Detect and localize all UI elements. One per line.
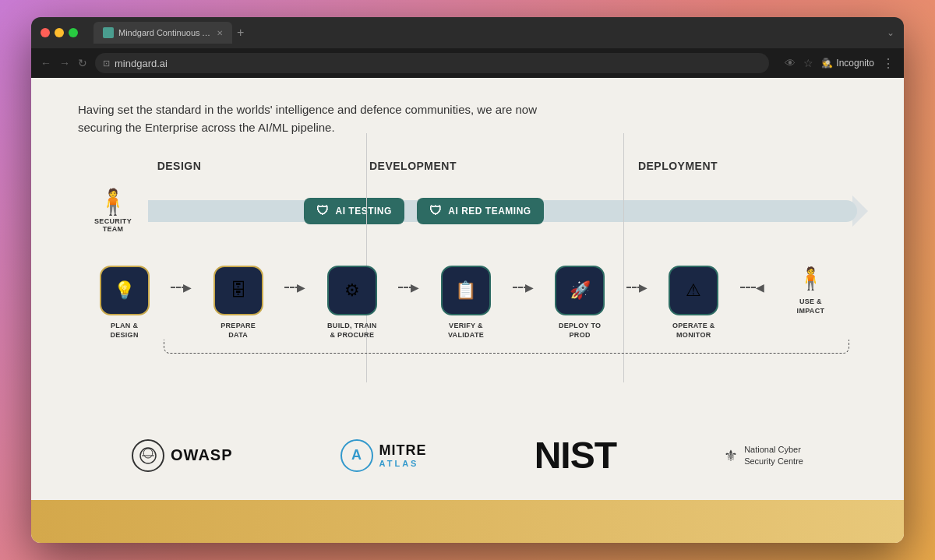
- step-icon-plan: 💡: [100, 266, 150, 315]
- step-verify-validate: 📋 VERIFY &VALIDATE: [419, 266, 512, 340]
- step-build-train: ⚙ BUILD, TRAIN& PROCURE: [305, 266, 398, 340]
- incognito-icon: 🕵: [821, 58, 833, 69]
- ai-red-teaming-label: AI RED TEAMING: [448, 206, 531, 217]
- bottom-gradient-bar: [31, 500, 904, 543]
- new-tab-button[interactable]: +: [237, 26, 244, 40]
- rocket-icon: 🚀: [570, 280, 591, 301]
- step-label-build: BUILD, TRAIN& PROCURE: [327, 322, 377, 340]
- tab-close-icon[interactable]: ✕: [217, 29, 223, 37]
- menu-button[interactable]: ⋮: [882, 56, 894, 71]
- star-icon[interactable]: ☆: [803, 57, 813, 69]
- step-deploy: 🚀 DEPLOY TOPROD: [534, 266, 626, 340]
- ncsc-line2: Security Centre: [744, 456, 803, 466]
- tagline-line2: securing the Enterprise across the AI/ML…: [78, 121, 335, 134]
- step-prepare-data: 🗄 PREPAREDATA: [192, 266, 284, 340]
- logos-section: OWASP A MITRE ATLAS NIST ⚜ Nation: [31, 418, 904, 500]
- warning-icon: ⚠: [686, 280, 701, 301]
- lock-icon: ⊡: [103, 58, 110, 69]
- phase-headers: DESIGN DEVELOPMENT DEPLOYMENT: [78, 160, 857, 172]
- owasp-logo: OWASP: [132, 439, 232, 472]
- steps-row: 💡 PLAN &DESIGN ▶ 🗄: [78, 266, 857, 340]
- active-tab[interactable]: Mindgard Continuous Autom... ✕: [94, 22, 232, 44]
- arrow-5: ▶: [639, 281, 647, 294]
- step-icon-build: ⚙: [327, 266, 377, 315]
- mitre-emblem: A: [340, 439, 373, 472]
- traffic-lights: [41, 28, 78, 37]
- tagline: Having set the standard in the worlds' i…: [78, 101, 623, 136]
- mitre-a-letter: A: [351, 447, 362, 463]
- maximize-button[interactable]: [69, 28, 78, 37]
- tab-more-button[interactable]: ⌄: [887, 27, 894, 38]
- step-label-verify: VERIFY &VALIDATE: [448, 322, 484, 340]
- forward-button[interactable]: →: [59, 57, 70, 69]
- person-icon: 🧍: [97, 189, 129, 214]
- nist-text: NIST: [535, 434, 616, 477]
- step-label-deploy: DEPLOY TOPROD: [559, 322, 601, 340]
- checklist-icon: 📋: [455, 280, 476, 301]
- mitre-text-group: MITRE ATLAS: [379, 442, 427, 468]
- database-icon: 🗄: [230, 280, 247, 301]
- owasp-emblem: [132, 439, 164, 472]
- connector-4: ▶: [513, 266, 534, 294]
- end-person-icon: 🧍: [797, 266, 824, 291]
- pipeline-diagram: DESIGN DEVELOPMENT DEPLOYMENT 🧍 SECURITY…: [78, 160, 857, 403]
- titlebar: Mindgard Continuous Autom... ✕ + ⌄: [31, 17, 904, 48]
- step-icon-verify: 📋: [441, 266, 491, 315]
- phase-design-label: DESIGN: [78, 160, 280, 172]
- owasp-svg: [139, 446, 157, 465]
- step-label-use-impact: USE & IMPACT: [797, 298, 825, 315]
- reload-button[interactable]: ↻: [78, 57, 87, 69]
- connector-1: ▶: [171, 266, 192, 294]
- lightbulb-icon: 💡: [114, 280, 135, 301]
- steps-wrapper: 💡 PLAN &DESIGN ▶ 🗄: [78, 258, 857, 340]
- tab-bar: Mindgard Continuous Autom... ✕ + ⌄: [94, 22, 894, 44]
- tab-title: Mindgard Continuous Autom...: [118, 28, 212, 37]
- arrow-3: ▶: [411, 281, 419, 294]
- nist-logo: NIST: [535, 434, 616, 477]
- connector-6: ◀: [740, 266, 764, 294]
- ai-red-teaming-badge: 🛡 AI RED TEAMING: [417, 198, 544, 224]
- step-plan-design: 💡 PLAN &DESIGN: [78, 266, 171, 340]
- ai-badges: 🛡 AI TESTING 🛡 AI RED TEAMING: [304, 198, 544, 224]
- ai-testing-badge: 🛡 AI TESTING: [304, 198, 404, 224]
- page-content: Having set the standard in the worlds' i…: [31, 78, 904, 543]
- ncsc-text: National Cyber Security Centre: [744, 444, 803, 467]
- step-operate-monitor: ⚠ OPERATE &MONITOR: [647, 266, 740, 340]
- connector-2: ▶: [284, 266, 305, 294]
- browser-window: Mindgard Continuous Autom... ✕ + ⌄ ← → ↻…: [31, 17, 904, 543]
- ncsc-line1: National Cyber: [744, 445, 801, 454]
- step-use-impact: 🧍 USE & IMPACT: [764, 266, 857, 315]
- close-button[interactable]: [41, 28, 50, 37]
- incognito-button[interactable]: 🕵 Incognito: [821, 58, 874, 69]
- url-text: mindgard.ai: [115, 58, 168, 69]
- minimize-button[interactable]: [55, 28, 64, 37]
- ncsc-emblem: ⚜: [724, 446, 738, 465]
- camera-icon[interactable]: 👁: [785, 57, 796, 69]
- shield-red-icon: 🛡: [429, 204, 443, 218]
- url-field[interactable]: ⊡ mindgard.ai: [95, 53, 769, 73]
- connector-5: ▶: [626, 266, 647, 294]
- connector-3: ▶: [398, 266, 419, 294]
- left-arrow-icon: ◀: [756, 281, 764, 294]
- arrow-1: ▶: [183, 281, 192, 294]
- arrow-2: ▶: [297, 281, 305, 294]
- ncsc-logo: ⚜ National Cyber Security Centre: [724, 444, 803, 467]
- incognito-label: Incognito: [836, 58, 874, 69]
- mitre-name: MITRE: [379, 442, 427, 459]
- phase-deployment-label: DEPLOYMENT: [545, 160, 810, 172]
- mitre-sub: ATLAS: [379, 459, 427, 468]
- step-label-operate: OPERATE &MONITOR: [672, 322, 715, 340]
- tab-favicon: [103, 27, 114, 38]
- gear-icon: ⚙: [344, 280, 360, 301]
- phase-development-label: DEVELOPMENT: [280, 160, 545, 172]
- mitre-logo: A MITRE ATLAS: [340, 439, 427, 472]
- tagline-line1: Having set the standard in the worlds' i…: [78, 103, 537, 116]
- arrow-4: ▶: [525, 281, 534, 294]
- step-icon-deploy: 🚀: [555, 266, 605, 315]
- url-actions: 👁 ☆ 🕵 Incognito ⋮: [785, 56, 894, 71]
- back-button[interactable]: ←: [41, 57, 51, 69]
- content-area: Having set the standard in the worlds' i…: [31, 78, 904, 418]
- step-icon-data: 🗄: [213, 266, 263, 315]
- step-icon-operate: ⚠: [669, 266, 718, 315]
- ai-testing-label: AI TESTING: [336, 206, 392, 217]
